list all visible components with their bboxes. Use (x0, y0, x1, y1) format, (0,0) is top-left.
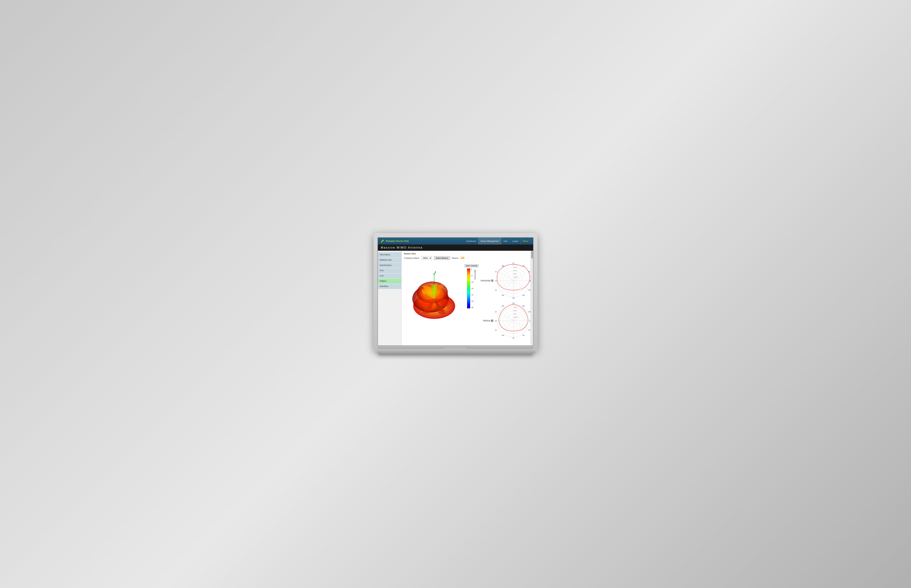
nav-device-management[interactable]: Device Management (478, 237, 501, 245)
nav-logout[interactable]: Logout (510, 237, 521, 245)
colorbar-container: Open Controls 0 -8 -16 -24 -32 (466, 262, 477, 309)
horizontal-polar-chart: 0.0 30 90 120 180 210 270 300 (495, 262, 532, 299)
sidebar-item-specification[interactable]: Specification (378, 263, 401, 268)
beams-view-header: Beams View (404, 252, 531, 255)
open-controls-button[interactable]: Open Controls (464, 264, 479, 267)
vertical-label: Vertical ? (481, 320, 494, 322)
svg-text:-26.0: -26.0 (514, 307, 517, 308)
content-area: Beams View Frequency Band: 0MHz Select B… (401, 251, 533, 346)
svg-line-56 (499, 312, 513, 321)
svg-text:-52.0: -52.0 (514, 270, 517, 271)
svg-text:270: 270 (512, 302, 515, 304)
svg-text:240: 240 (502, 294, 504, 296)
colorbar-gradient (467, 268, 470, 309)
svg-text:210: 210 (495, 289, 497, 291)
svg-text:-52.0: -52.0 (514, 310, 517, 311)
svg-text:-104.0: -104.0 (514, 317, 518, 318)
scrollbar-thumb[interactable] (531, 251, 533, 258)
svg-line-26 (499, 272, 513, 281)
controls-row: Frequency Band: 0MHz Select Beams Beams:… (404, 256, 531, 260)
main-content: Information Attribute Info. Specificatio… (378, 251, 533, 346)
pattern-3d-container: Z Y X (404, 262, 463, 331)
laptop-base (377, 351, 534, 355)
svg-text:0: 0 (529, 320, 531, 322)
svg-text:150: 150 (522, 294, 525, 296)
vertical-help-icon[interactable]: ? (491, 320, 494, 322)
svg-text:90: 90 (513, 337, 515, 339)
svg-line-25 (499, 281, 513, 289)
colorbar-label: Offset(dB) (474, 270, 476, 279)
svg-text:180: 180 (512, 297, 515, 299)
tick-6: -48 (471, 307, 473, 309)
svg-text:270: 270 (495, 280, 497, 282)
svg-line-55 (499, 321, 513, 329)
tick-1: -8 (471, 275, 473, 276)
svg-text:120: 120 (502, 334, 504, 336)
horizontal-section: Horizontal ? (481, 262, 532, 299)
scrollbar-right[interactable] (531, 251, 533, 346)
svg-line-54 (513, 321, 528, 329)
vertical-polar-svg: 270 300 0 30 90 150 180 210 (495, 302, 532, 339)
tick-5: -40 (471, 300, 473, 302)
horizontal-polar-svg: 0.0 30 90 120 180 210 270 300 (495, 262, 532, 299)
sidebar-item-workflow[interactable]: Workflow (378, 284, 401, 289)
nav-demo[interactable]: Demo (521, 237, 531, 245)
vertical-section: Vertical ? (481, 302, 532, 339)
beams-label: Beams: (452, 257, 459, 259)
top-nav: Ranplan Device Hub Dashboard Device Mana… (378, 237, 533, 245)
brand-name: Ranplan Device Hub (386, 240, 409, 242)
logo-area: Ranplan Device Hub (380, 239, 464, 243)
horizontal-label: Horizontal ? (481, 279, 494, 282)
svg-text:150: 150 (495, 329, 497, 331)
sidebar-item-attribute-info[interactable]: Attribute Info. (378, 257, 401, 262)
sidebar-item-port[interactable]: Port (378, 268, 401, 273)
vertical-polar-chart: 270 300 0 30 90 150 180 210 (495, 302, 532, 339)
svg-line-24 (513, 281, 528, 289)
svg-text:-26.0: -26.0 (514, 267, 517, 268)
svg-text:0.0: 0.0 (512, 262, 515, 264)
svg-text:Z: Z (435, 271, 436, 273)
laptop-bottom-bezel (377, 346, 534, 349)
nav-links: Dashboard Device Management Help Logout … (464, 237, 531, 245)
screen: Ranplan Device Hub Dashboard Device Mana… (377, 237, 534, 346)
svg-text:-78.0: -78.0 (514, 313, 517, 315)
content-inner: Beams View Frequency Band: 0MHz Select B… (401, 251, 533, 341)
colorbar-ticks: 0 -8 -16 -24 -32 -40 -48 (471, 268, 473, 309)
sidebar-item-pattern[interactable]: Pattern (378, 279, 401, 284)
frequency-select[interactable]: 0MHz (421, 256, 432, 260)
horizontal-help-icon[interactable]: ? (491, 279, 494, 282)
svg-text:210: 210 (495, 311, 497, 313)
screen-bezel: Ranplan Device Hub Dashboard Device Mana… (374, 233, 537, 351)
svg-text:300: 300 (495, 271, 497, 273)
frequency-label: Frequency Band: (404, 257, 419, 259)
laptop-frame: Ranplan Device Hub Dashboard Device Mana… (374, 233, 537, 355)
tick-4: -32 (471, 294, 473, 296)
beams-value: All (461, 257, 464, 260)
svg-text:180: 180 (495, 320, 497, 322)
page-title: Massive MIMO Antenna (378, 245, 533, 251)
svg-text:240: 240 (502, 305, 504, 307)
visualization-area: Z Y X (404, 262, 531, 339)
polar-charts: Horizontal ? (481, 262, 532, 339)
svg-text:30: 30 (528, 329, 530, 331)
tick-0: 0 (471, 268, 473, 270)
nav-dashboard[interactable]: Dashboard (464, 237, 479, 245)
svg-text:60: 60 (523, 334, 524, 336)
pattern-3d-svg: Z Y X (404, 262, 463, 331)
svg-text:-104.0: -104.0 (514, 276, 518, 278)
nav-help[interactable]: Help (501, 237, 510, 245)
tick-3: -24 (471, 288, 473, 289)
svg-text:-78.0: -78.0 (514, 273, 517, 275)
svg-text:330: 330 (522, 305, 525, 307)
tick-2: -16 (471, 281, 473, 283)
ranplan-logo-icon (380, 239, 385, 243)
sidebar-item-link[interactable]: Link (378, 273, 401, 278)
sidebar: Information Attribute Info. Specificatio… (378, 251, 401, 346)
select-beams-button[interactable]: Select Beams (434, 256, 450, 260)
sidebar-item-information[interactable]: Information (378, 252, 401, 257)
colorbar-wrap: 0 -8 -16 -24 -32 -40 -48 Offset(dB) (467, 268, 476, 309)
